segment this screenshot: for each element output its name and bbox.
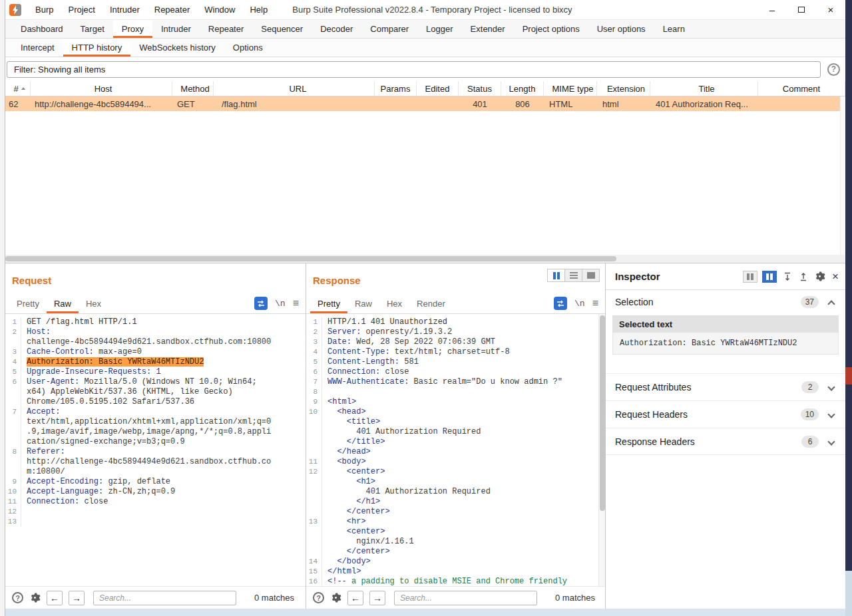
search-help-icon[interactable]: ?	[12, 592, 23, 603]
table-vertical-scrollbar[interactable]	[840, 96, 845, 255]
close-button[interactable]: ×	[816, 0, 845, 20]
table-header-cell-edited[interactable]: Edited	[417, 81, 459, 96]
table-header-cell-method[interactable]: Method	[172, 81, 214, 96]
inspector-section-selection[interactable]: Selection 37	[606, 290, 845, 314]
tab-learn[interactable]: Learn	[654, 20, 694, 38]
menu-item-project[interactable]: Project	[61, 0, 102, 20]
table-header-cell-url[interactable]: URL	[214, 81, 375, 96]
table-header-cell-extension[interactable]: Extension	[597, 81, 650, 96]
menu-item-intruder[interactable]: Intruder	[103, 0, 147, 20]
tab-proxy[interactable]: Proxy	[113, 20, 152, 38]
newline-toggle-icon[interactable]: \n	[275, 299, 286, 309]
code-text: Referer:	[27, 447, 65, 457]
inspector-section-request-headers[interactable]: Request Headers10	[606, 400, 845, 428]
row-cell-method: GET	[172, 96, 214, 111]
row-cell-url: /flag.html	[214, 96, 375, 111]
arrows-icon[interactable]	[554, 297, 567, 310]
line-number: 7	[5, 407, 21, 417]
gear-icon[interactable]	[29, 592, 41, 603]
collapse-all-icon[interactable]	[782, 271, 793, 282]
editor-tab-pretty[interactable]: Pretty	[9, 293, 47, 313]
tab-decoder[interactable]: Decoder	[312, 20, 361, 38]
response-search-input[interactable]	[394, 591, 537, 605]
line-number: 14	[306, 557, 322, 567]
search-help-icon[interactable]: ?	[313, 592, 324, 603]
line-number: 11	[5, 497, 21, 507]
inspector-section-request-attributes[interactable]: Request Attributes2	[606, 373, 845, 400]
gear-icon[interactable]	[330, 592, 341, 603]
subtab-http-history[interactable]: HTTP history	[63, 39, 131, 57]
table-header-cell-status[interactable]: Status	[459, 81, 501, 96]
inspector-close-icon[interactable]: ×	[832, 270, 839, 283]
request-editor[interactable]: 1GET /flag.html HTTP/1.12Host:challenge-…	[5, 314, 306, 586]
response-panel: Response PrettyRawHexRender \n ≡ 1HTTP/1…	[306, 263, 606, 609]
line-number	[5, 417, 21, 427]
line-number	[5, 337, 21, 347]
code-line: </center>	[306, 507, 605, 517]
history-table-row[interactable]: 62http://challenge-4bc5894494...GET/flag…	[5, 96, 845, 111]
previous-match-button[interactable]: ←	[47, 591, 63, 605]
response-scrollbar-track	[598, 314, 605, 586]
selection-count-badge: 37	[801, 296, 819, 308]
editor-tab-pretty[interactable]: Pretty	[310, 293, 347, 313]
editor-tab-raw[interactable]: Raw	[347, 293, 379, 313]
menu-item-window[interactable]: Window	[197, 0, 242, 20]
table-header-cell-host[interactable]: Host	[31, 81, 172, 96]
request-search-input[interactable]	[93, 591, 236, 605]
table-header-cell-length[interactable]: Length	[501, 81, 544, 96]
tab-intruder[interactable]: Intruder	[152, 20, 200, 38]
tab-logger[interactable]: Logger	[417, 20, 461, 38]
tab-user-options[interactable]: User options	[588, 20, 654, 38]
code-text: Accept-Encoding: gzip, deflate	[27, 477, 170, 487]
code-text: </h1>	[327, 497, 380, 507]
filter-help-icon[interactable]: ?	[827, 63, 840, 76]
tab-project-options[interactable]: Project options	[514, 20, 588, 38]
minimize-button[interactable]: –	[757, 0, 787, 20]
inspector-dock-sidebar-button[interactable]	[762, 271, 777, 283]
menu-item-burp[interactable]: Burp	[28, 0, 61, 20]
filter-bar[interactable]: Filter: Showing all items	[7, 61, 821, 78]
next-match-button[interactable]: →	[69, 591, 85, 605]
code-text: nginx/1.16.1	[327, 537, 414, 547]
tab-comparer[interactable]: Comparer	[361, 20, 417, 38]
next-match-button[interactable]: →	[369, 591, 385, 605]
response-editor[interactable]: 1HTTP/1.1 401 Unauthorized2Server: openr…	[306, 314, 605, 586]
tab-extender[interactable]: Extender	[462, 20, 514, 38]
inspector-dock-columns-button[interactable]	[743, 271, 757, 283]
selected-text-header: Selected text	[612, 315, 839, 333]
table-header-cell-title[interactable]: Title	[650, 81, 758, 96]
table-header-cell-mime-type[interactable]: MIME type	[544, 81, 597, 96]
editor-tab-raw[interactable]: Raw	[47, 293, 79, 313]
maximize-button[interactable]	[787, 0, 816, 20]
editor-menu-icon[interactable]: ≡	[592, 297, 598, 309]
inspector-section-response-headers[interactable]: Response Headers6	[606, 428, 845, 455]
horizontal-scrollbar-thumb[interactable]	[5, 256, 616, 261]
subtab-options[interactable]: Options	[224, 39, 272, 57]
code-text: text/html,application/xhtml+xml,applicat…	[27, 417, 271, 427]
gear-icon[interactable]	[814, 271, 825, 282]
table-header-cell-num[interactable]: #	[5, 81, 31, 96]
editor-tab-hex[interactable]: Hex	[79, 293, 108, 313]
tab-dashboard[interactable]: Dashboard	[12, 20, 72, 38]
response-scrollbar-thumb[interactable]	[600, 315, 605, 511]
editor-tab-hex[interactable]: Hex	[379, 293, 409, 313]
menu-item-repeater[interactable]: Repeater	[147, 0, 197, 20]
menu-item-help[interactable]: Help	[242, 0, 275, 20]
tab-target[interactable]: Target	[72, 20, 113, 38]
tab-sequencer[interactable]: Sequencer	[252, 20, 312, 38]
table-header-cell-comment[interactable]: Comment	[758, 81, 845, 96]
editor-tab-render[interactable]: Render	[409, 293, 453, 313]
expand-all-icon[interactable]	[798, 271, 809, 282]
tab-repeater[interactable]: Repeater	[200, 20, 252, 38]
subtab-intercept[interactable]: Intercept	[12, 39, 63, 57]
newline-toggle-icon[interactable]: \n	[574, 299, 585, 309]
row-cell-status: 401	[459, 96, 501, 111]
previous-match-button[interactable]: ←	[347, 591, 363, 605]
table-header-cell-params[interactable]: Params	[375, 81, 417, 96]
editor-menu-icon[interactable]: ≡	[293, 297, 299, 309]
row-cell-comment	[758, 96, 845, 111]
arrows-icon[interactable]	[254, 297, 268, 310]
subtab-websockets-history[interactable]: WebSockets history	[130, 39, 224, 57]
code-line: 13	[5, 517, 306, 527]
line-number: 1	[5, 317, 21, 327]
